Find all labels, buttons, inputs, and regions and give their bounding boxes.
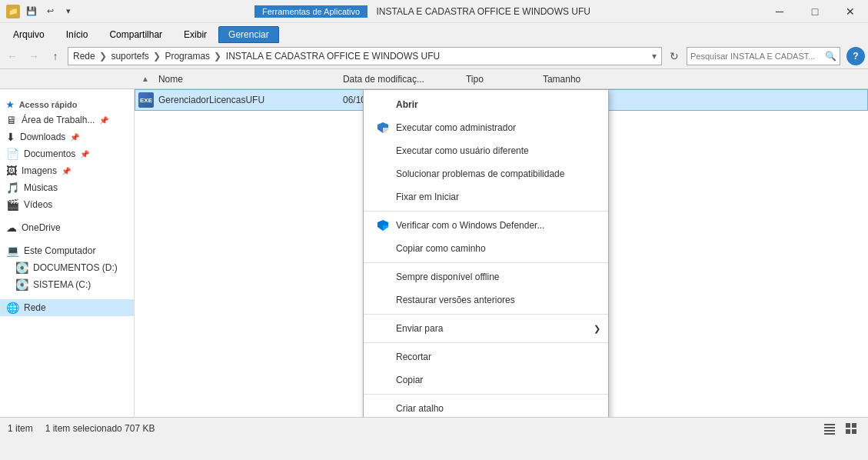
drive-c-icon: 💽	[15, 278, 28, 291]
quick-access-header[interactable]: ★ Acesso rápido	[0, 95, 134, 112]
title-bar-left: 📁 💾 ↩ ▾	[0, 3, 83, 20]
sidebar-item-thispc[interactable]: 💻 Este Computador	[0, 242, 134, 259]
main-layout: ★ Acesso rápido 🖥 Área de Trabalh... 📌 ⬇…	[0, 89, 868, 417]
ctx-sep-5	[364, 394, 608, 395]
downloads-icon: ⬇	[6, 131, 15, 143]
undo-button[interactable]: ↩	[42, 3, 58, 20]
ctx-run-as-admin[interactable]: Executar como administrador	[364, 116, 608, 139]
ctx-troubleshoot[interactable]: Solucionar problemas de compatibilidade	[364, 162, 608, 185]
forward-button[interactable]: →	[25, 47, 43, 65]
ctx-send-to[interactable]: Enviar para ❯	[364, 317, 608, 340]
window-title: Ferramentas de Aplicativo INSTALA E CADA…	[83, 6, 762, 17]
ctx-pin-start[interactable]: Fixar em Iniciar	[364, 185, 608, 208]
context-menu: Abrir Executar como administrador Execut…	[363, 89, 609, 417]
ctx-create-shortcut[interactable]: Criar atalho	[364, 397, 608, 417]
column-date[interactable]: Data de modificaç...	[337, 69, 460, 88]
sendto-icon	[376, 322, 390, 335]
offline-icon	[376, 270, 390, 284]
sidebar-item-network[interactable]: 🌐 Rede	[0, 299, 134, 316]
path-dropdown[interactable]: ▾	[652, 51, 657, 62]
sidebar-item-desktop[interactable]: 🖥 Área de Trabalh... 📌	[0, 112, 134, 128]
toolbar-tab-label: Ferramentas de Aplicativo	[254, 5, 367, 18]
sidebar-item-images[interactable]: 🖼 Imagens 📌	[0, 162, 134, 179]
uac-shield-icon	[376, 121, 390, 135]
window-controls: ─ □ ✕	[762, 0, 868, 23]
ribbon-section: Arquivo Início Compartilhar Exibir Geren…	[0, 23, 868, 43]
ctx-copy-path[interactable]: Copiar como caminho	[364, 237, 608, 260]
file-icon: EXE	[138, 92, 154, 108]
address-bar: ← → ↑ Rede ❯ suportefs ❯ Programas ❯ INS…	[0, 43, 868, 69]
onedrive-icon: ☁	[6, 222, 17, 234]
up-button[interactable]: ↑	[46, 47, 65, 65]
save-button[interactable]: 💾	[23, 3, 40, 20]
desktop-icon: 🖥	[6, 114, 17, 126]
svg-rect-5	[824, 427, 835, 428]
svg-rect-11	[852, 429, 856, 434]
column-headers: ▲ Nome Data de modificaç... Tipo Tamanho	[0, 69, 868, 89]
restore-icon	[376, 293, 390, 307]
close-button[interactable]: ✕	[833, 0, 868, 23]
sidebar-item-documents[interactable]: 📄 Documentos 📌	[0, 145, 134, 162]
copy-icon	[376, 373, 390, 387]
ctx-cut[interactable]: Recortar	[364, 345, 608, 368]
file-area: EXE GerenciadorLicencasUFU 06/10/2017 13…	[135, 89, 868, 417]
ctx-sep-2	[364, 262, 608, 263]
ctx-offline[interactable]: Sempre disponível offline	[364, 265, 608, 288]
column-name[interactable]: Nome	[152, 69, 337, 88]
search-input[interactable]	[690, 52, 825, 61]
sidebar-item-drive-c[interactable]: 💽 SISTEMA (C:)	[0, 276, 134, 293]
back-button[interactable]: ←	[3, 47, 22, 65]
svg-rect-10	[846, 429, 850, 434]
tiles-view-button[interactable]	[842, 420, 860, 437]
sidebar: ★ Acesso rápido 🖥 Área de Trabalh... 📌 ⬇…	[0, 89, 135, 417]
tab-exibir[interactable]: Exibir	[174, 26, 217, 43]
help-button[interactable]: ?	[846, 47, 865, 65]
item-count: 1 item	[8, 423, 33, 434]
sidebar-item-music[interactable]: 🎵 Músicas	[0, 179, 134, 196]
search-icon: 🔍	[825, 51, 836, 62]
refresh-button[interactable]: ↻	[665, 47, 683, 65]
videos-icon: 🎬	[6, 198, 19, 211]
pin-icon-dl: 📌	[70, 133, 79, 142]
drive-d-icon: 💽	[15, 262, 28, 274]
search-box: 🔍	[687, 47, 840, 65]
column-size[interactable]: Tamanho	[537, 69, 614, 88]
app-icon: 📁	[6, 5, 20, 18]
ctx-defender[interactable]: Verificar com o Windows Defender...	[364, 214, 608, 237]
svg-marker-3	[383, 225, 388, 231]
pin-start-icon	[376, 190, 390, 204]
details-view-button[interactable]	[820, 420, 839, 437]
network-section: 🌐 Rede	[0, 296, 134, 319]
ctx-sep-1	[364, 211, 608, 212]
pin-icon-img: 📌	[62, 167, 71, 175]
view-controls	[820, 420, 860, 437]
defender-icon	[376, 218, 390, 232]
ctx-run-as-user[interactable]: Executar como usuário diferente	[364, 139, 608, 162]
sort-arrow: ▲	[138, 75, 152, 83]
submenu-arrow: ❯	[594, 324, 600, 334]
file-name: GerenciadorLicencasUFU	[158, 95, 343, 105]
ctx-restore-versions[interactable]: Restaurar versões anteriores	[364, 288, 608, 312]
tab-gerenciar[interactable]: Gerenciar	[218, 26, 279, 43]
title-bar: 📁 💾 ↩ ▾ Ferramentas de Aplicativo INSTAL…	[0, 0, 868, 23]
tab-arquivo[interactable]: Arquivo	[3, 26, 55, 43]
minimize-button[interactable]: ─	[762, 0, 797, 23]
user-icon	[376, 144, 390, 158]
address-path[interactable]: Rede ❯ suportefs ❯ Programas ❯ INSTALA E…	[68, 47, 662, 65]
sidebar-item-downloads[interactable]: ⬇ Downloads 📌	[0, 128, 134, 145]
ctx-sep-3	[364, 314, 608, 315]
maximize-button[interactable]: □	[797, 0, 833, 23]
computer-icon: 💻	[6, 245, 19, 257]
quick-access-dropdown[interactable]: ▾	[60, 3, 77, 20]
tab-inicio[interactable]: Início	[56, 26, 98, 43]
quick-access-toolbar: 💾 ↩ ▾	[23, 3, 77, 20]
sidebar-item-videos[interactable]: 🎬 Vídeos	[0, 196, 134, 213]
column-type[interactable]: Tipo	[460, 69, 537, 88]
tab-compartilhar[interactable]: Compartilhar	[99, 26, 172, 43]
sidebar-item-onedrive[interactable]: ☁ OneDrive	[0, 219, 134, 236]
ctx-copy[interactable]: Copiar	[364, 368, 608, 392]
ctx-open[interactable]: Abrir	[364, 93, 608, 116]
svg-rect-7	[824, 433, 835, 435]
copy-path-icon	[376, 242, 390, 255]
sidebar-item-drive-d[interactable]: 💽 DOCUMENTOS (D:)	[0, 259, 134, 276]
